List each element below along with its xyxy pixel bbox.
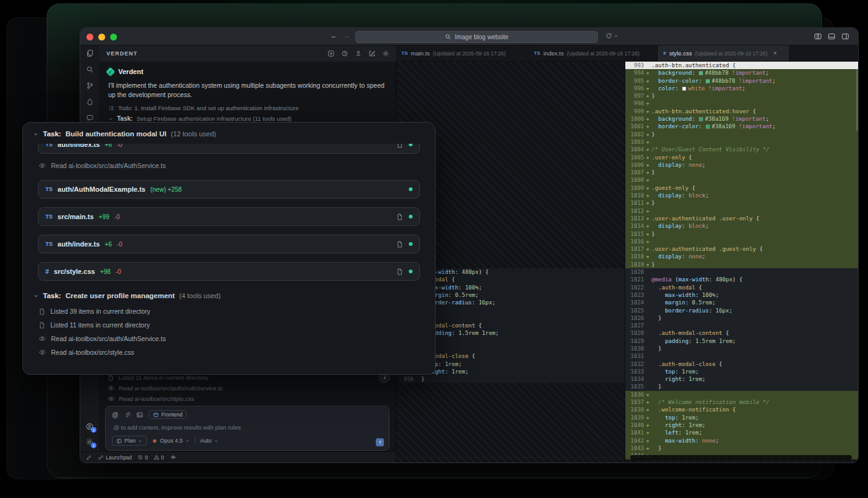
attach-icon[interactable] bbox=[124, 411, 131, 418]
file-change-card[interactable]: TS src/main.ts +99 -0 bbox=[38, 207, 420, 226]
tool-call-text: Read ai-toolbox/src/auth/AuthService.ts bbox=[51, 335, 166, 342]
tool-call-row[interactable]: Listed 39 items in current directory bbox=[23, 304, 435, 318]
auto-label: Auto bbox=[200, 438, 212, 444]
tool-call-text: Read ai-toolbox/src/auth/AuthService.ts bbox=[51, 162, 166, 169]
chevron-down-icon[interactable] bbox=[614, 34, 618, 39]
search-sidebar-icon[interactable] bbox=[86, 65, 94, 73]
theme-drop-icon[interactable] bbox=[86, 98, 94, 106]
titlebar-search[interactable]: Image blog website bbox=[355, 31, 598, 43]
lines-added: +6 bbox=[105, 241, 111, 248]
code-line: 998+ bbox=[625, 100, 859, 107]
tab-label: index.ts bbox=[543, 50, 564, 57]
vertical-scrollbar[interactable] bbox=[856, 63, 859, 131]
open-file-icon[interactable] bbox=[396, 241, 403, 248]
send-button[interactable] bbox=[376, 438, 384, 446]
tool-call-row[interactable]: Read ai-toolbox/src/style.css bbox=[108, 395, 194, 402]
settings-icon[interactable] bbox=[382, 50, 390, 57]
warnings-item[interactable]: 0 bbox=[154, 454, 164, 461]
warning-triangle-icon bbox=[154, 454, 159, 460]
tool-call-text: Listed 11 items in current directory bbox=[50, 321, 150, 329]
typescript-file-icon: TS bbox=[45, 186, 53, 192]
compose-icon[interactable] bbox=[368, 50, 376, 57]
chevron-down-icon bbox=[33, 131, 39, 137]
history-icon[interactable] bbox=[341, 50, 348, 57]
horizontal-scrollbar[interactable] bbox=[630, 455, 852, 460]
code-line: 1010+ display: block; bbox=[625, 192, 859, 199]
close-tab-icon[interactable]: × bbox=[773, 50, 777, 57]
source-control-icon[interactable] bbox=[86, 82, 94, 90]
mode-selector[interactable]: Plan bbox=[112, 436, 147, 446]
clipped-file-row-wrapper: TS auth/index.ts +6 -0 bbox=[38, 144, 420, 155]
context-badge-frontend[interactable]: Frontend bbox=[149, 410, 187, 419]
task-prefix: Task: bbox=[43, 130, 61, 138]
model-selector[interactable]: Opus 4.5 bbox=[152, 438, 190, 444]
open-file-icon[interactable] bbox=[396, 214, 403, 220]
auto-selector[interactable]: Auto bbox=[200, 438, 219, 444]
todo-text: Todo: 1. Install Firebase SDK and set up… bbox=[118, 105, 299, 111]
zoom-window-button[interactable] bbox=[110, 34, 117, 40]
css-file-icon: # bbox=[45, 268, 49, 275]
task-header-build-modal[interactable]: Task: Build authentication modal UI (12 … bbox=[23, 123, 435, 140]
model-label: Opus 4.5 bbox=[160, 438, 183, 444]
code-line: 1007+} bbox=[625, 169, 859, 176]
layout-columns-icon[interactable] bbox=[814, 32, 822, 40]
editor-pane-style-css[interactable]: 993.auth-btn.authenticated {994+ backgro… bbox=[625, 62, 859, 463]
code-line: 1003+ bbox=[625, 138, 859, 146]
file-change-card[interactable]: TS auth/index.ts +6 -0 bbox=[38, 144, 420, 154]
tab-style-css[interactable]: # style.css (Updated at 2025-09-16 17:26… bbox=[658, 45, 790, 61]
task-row-setup-firebase[interactable]: Task: Setup Firebase authentication infr… bbox=[108, 115, 291, 122]
task-prefix: Task: bbox=[43, 292, 61, 299]
file-change-card[interactable]: # src/style.css +98 -0 bbox=[38, 262, 420, 281]
open-file-icon[interactable] bbox=[396, 144, 403, 148]
tool-call-row[interactable]: Read ai-toolbox/src/auth/AuthService.ts bbox=[23, 162, 435, 169]
color-swatch bbox=[682, 87, 686, 91]
open-file-icon[interactable] bbox=[396, 268, 403, 275]
new-chat-icon[interactable] bbox=[327, 50, 335, 57]
tab-main-ts[interactable]: TS main.ts (Updated at 2025-09-16 17:26) bbox=[396, 45, 528, 61]
chat-icon[interactable] bbox=[86, 114, 94, 122]
tool-call-row[interactable]: Listed 11 items in current directory bbox=[108, 374, 208, 381]
file-change-card[interactable]: TS auth/AuthModalExample.ts (new) +258 bbox=[38, 180, 420, 199]
tool-call-row[interactable]: Read ai-toolbox/src/style.css bbox=[23, 345, 435, 359]
task-detail-popup: Task: Build authentication modal UI (12 … bbox=[22, 122, 436, 375]
waveform-icon[interactable] bbox=[170, 454, 177, 461]
verdent-logo-icon bbox=[106, 67, 116, 77]
explorer-icon[interactable] bbox=[86, 49, 94, 57]
account-icon[interactable] bbox=[355, 50, 362, 57]
file-name: auth/AuthModalExample.ts bbox=[58, 186, 146, 193]
minimize-window-button[interactable] bbox=[98, 34, 105, 40]
task-meta: (4 tools used) bbox=[179, 292, 221, 299]
close-window-button[interactable] bbox=[86, 34, 93, 40]
panel-bottom-icon[interactable] bbox=[828, 32, 836, 40]
status-dot bbox=[409, 187, 413, 191]
file-icon bbox=[39, 322, 45, 329]
image-icon[interactable] bbox=[136, 411, 143, 418]
tool-call-row[interactable]: Listed 11 items in current directory bbox=[23, 318, 435, 332]
tab-index-ts[interactable]: TS index.ts (Updated at 2025-09-16 17:26… bbox=[528, 45, 658, 61]
file-name: src/main.ts bbox=[58, 213, 94, 220]
settings-gear-icon[interactable]: 1 bbox=[85, 438, 94, 446]
code-line: 1021@media (max-width: 480px) { bbox=[625, 276, 859, 283]
mention-icon[interactable]: @ bbox=[112, 411, 118, 418]
launchpad-item[interactable]: Launchpad bbox=[98, 454, 132, 461]
panel-right-icon[interactable] bbox=[841, 32, 849, 40]
tool-call-row[interactable]: Read ai-toolbox/src/auth/AuthService.ts bbox=[23, 332, 435, 345]
task-meta: (12 tools used) bbox=[170, 130, 216, 138]
back-icon[interactable]: ← bbox=[330, 32, 337, 39]
chat-input-placeholder[interactable]: @ to add context, improve results with p… bbox=[113, 424, 241, 431]
task-header-user-profile[interactable]: Task: Create user profile management (4 … bbox=[23, 289, 435, 304]
errors-item[interactable]: 0 bbox=[138, 454, 148, 461]
account-profile-icon[interactable]: 1 bbox=[85, 422, 94, 431]
eye-icon bbox=[108, 395, 114, 402]
chevron-down-icon bbox=[214, 439, 218, 443]
refresh-icon[interactable] bbox=[605, 32, 612, 39]
edit-session-icon[interactable] bbox=[86, 454, 92, 461]
tool-call-row[interactable]: Read ai-toolbox/src/auth/AuthService.ts bbox=[108, 385, 223, 392]
file-change-card[interactable]: TS auth/index.ts +6 -0 bbox=[38, 235, 420, 253]
forward-icon[interactable]: → bbox=[343, 32, 350, 39]
eye-icon bbox=[39, 349, 46, 356]
sidebar-panel-header: VERDENT bbox=[99, 45, 396, 62]
window-icon bbox=[153, 412, 159, 418]
code-line: 1019+} bbox=[625, 261, 859, 268]
chat-input-card[interactable]: @ Frontend @ to add context, improve res… bbox=[105, 406, 390, 451]
